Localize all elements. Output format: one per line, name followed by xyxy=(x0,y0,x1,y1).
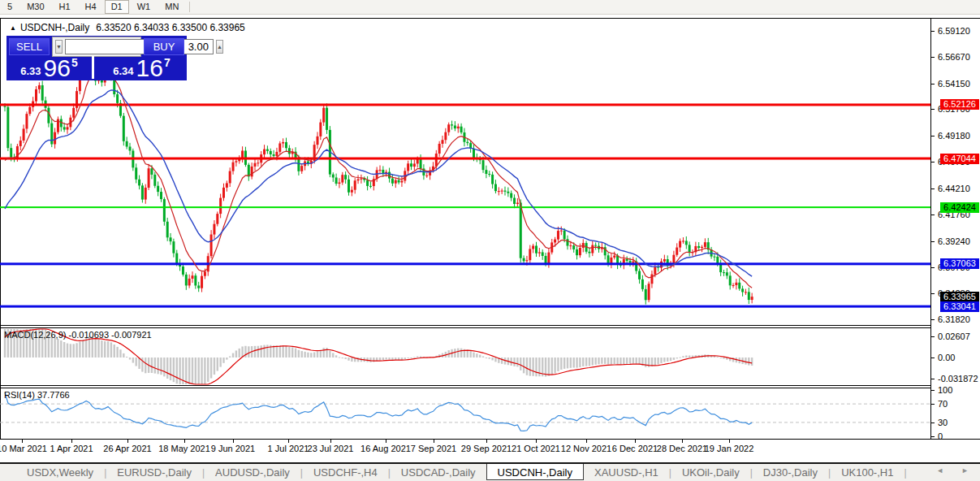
date-axis-tick xyxy=(386,440,386,443)
ask-prefix: 6.34 xyxy=(113,65,133,77)
tab-xauusd-h1[interactable]: XAUUSD-,H1 xyxy=(584,466,669,479)
date-axis-label: 18 May 2021 xyxy=(158,444,210,453)
date-axis-tick xyxy=(434,440,434,443)
rsi-axis-label: 0 xyxy=(938,431,943,441)
toolbar-separator xyxy=(189,2,190,12)
date-axis-label: 9 Jun 2021 xyxy=(211,444,255,453)
price-badge: 6.47044 xyxy=(940,154,979,164)
tab-ukoil-daily[interactable]: UKOil-,Daily xyxy=(671,466,750,479)
date-axis-label: 23 Jul 2021 xyxy=(308,444,354,453)
date-axis-tick xyxy=(184,440,185,443)
rsi-axis-tick xyxy=(931,436,935,437)
timeframe-button-m30[interactable]: M30 xyxy=(20,0,50,14)
horizontal-level-line[interactable] xyxy=(0,103,930,106)
date-axis-label: 29 Sep 2021 xyxy=(461,444,512,453)
price-axis-tick xyxy=(931,267,935,268)
price-axis-label: 6.39240 xyxy=(938,236,970,246)
horizontal-level-line[interactable] xyxy=(0,306,930,308)
price-badge: 6.37063 xyxy=(940,258,979,269)
price-axis-label: 6.31820 xyxy=(938,314,970,324)
one-click-trade-panel: SELL ▼ ▲ BUY 6.33965 6.34167 xyxy=(6,36,187,80)
price-axis-tick xyxy=(931,162,935,162)
collapse-trade-panel-icon[interactable]: ▲ xyxy=(10,24,16,32)
pane-separator[interactable] xyxy=(0,325,980,326)
price-axis-tick xyxy=(931,57,935,58)
date-axis-label: 16 Aug 2021 xyxy=(360,444,411,453)
price-axis-tick xyxy=(931,84,935,84)
horizontal-level-line[interactable] xyxy=(0,158,930,160)
rsi-pane[interactable] xyxy=(0,388,930,439)
volume-input[interactable] xyxy=(65,39,214,54)
macd-axis-label: -0.031872 xyxy=(938,374,978,384)
volume-decrease-button[interactable]: ▼ xyxy=(55,40,63,54)
date-axis-label: 1 Jul 2021 xyxy=(268,444,309,453)
timeframe-button-5[interactable]: 5 xyxy=(1,0,19,14)
ask-price[interactable]: 6.34167 xyxy=(97,56,187,79)
date-axis-tick xyxy=(486,440,487,443)
tab-usdcad-daily[interactable]: USDCAD-,Daily xyxy=(391,466,486,479)
date-axis-tick xyxy=(729,440,730,443)
buy-button[interactable]: BUY xyxy=(144,38,184,55)
timeframe-button-h4[interactable]: H4 xyxy=(79,0,103,14)
trading-platform-window: 5M30H1H4D1W1MN ▲USDCNH-,Daily6.33520 6.3… xyxy=(0,0,980,481)
date-axis-label: 19 Jan 2022 xyxy=(705,444,754,453)
chart-title: ▲USDCNH-,Daily6.33520 6.34033 6.33500 6.… xyxy=(10,22,245,33)
timeframe-button-h1[interactable]: H1 xyxy=(53,0,77,14)
date-axis-label: 21 Oct 2021 xyxy=(512,444,560,453)
price-axis-tick xyxy=(931,31,935,32)
scroll-tabs-right-icon[interactable]: ► xyxy=(961,466,969,474)
price-axis-tick xyxy=(931,136,935,136)
date-axis-label: 10 Mar 2021 xyxy=(0,444,47,453)
price-axis-label: 6.56670 xyxy=(938,52,970,62)
price-axis-label: 6.49180 xyxy=(938,131,970,141)
price-axis-tick xyxy=(931,214,935,215)
sell-button[interactable]: SELL xyxy=(9,38,50,55)
tab-dj30-daily[interactable]: DJ30-,Daily xyxy=(753,466,828,479)
chevron-down-icon: ▼ xyxy=(56,44,62,50)
tab-usdx-weekly[interactable]: USDX,Weekly xyxy=(16,466,104,479)
horizontal-level-line[interactable] xyxy=(0,206,930,208)
ask-big-digits: 16 xyxy=(136,58,163,79)
rsi-chart[interactable] xyxy=(0,388,930,439)
rsi-axis-label: 70 xyxy=(938,399,948,409)
price-axis[interactable]: 6.591206.566706.541506.517006.491806.467… xyxy=(930,19,980,439)
tab-usdcnh-daily[interactable]: USDCNH-,Daily xyxy=(486,464,584,480)
price-axis-tick xyxy=(931,241,935,242)
date-axis-label: 12 Nov 2021 xyxy=(561,444,611,453)
macd-axis-label: 0.00 xyxy=(938,353,955,362)
tab-eurusd-daily[interactable]: EURUSD-,Daily xyxy=(106,466,202,479)
bid-big-digits: 96 xyxy=(44,58,71,79)
price-axis-tick xyxy=(931,188,935,189)
scroll-tabs-left-icon[interactable]: ◄ xyxy=(936,466,943,474)
rsi-axis-tick xyxy=(931,422,935,423)
rsi-axis-label: 100 xyxy=(938,385,952,395)
pane-separator[interactable] xyxy=(0,385,980,386)
timeframe-button-mn[interactable]: MN xyxy=(158,0,185,14)
bid-price[interactable]: 6.33965 xyxy=(6,56,94,79)
rsi-axis-label: 30 xyxy=(938,418,948,427)
tab-uk100-h1[interactable]: UK100-,H1 xyxy=(831,466,904,479)
tab-usdchf-h4[interactable]: USDCHF-,H4 xyxy=(303,466,388,479)
date-axis-label: 6 Dec 2021 xyxy=(612,444,658,453)
price-badge: 6.42424 xyxy=(940,202,979,213)
macd-axis-tick xyxy=(931,336,935,337)
volume-increase-button[interactable]: ▲ xyxy=(216,40,223,54)
date-axis-label: 1 Apr 2021 xyxy=(50,444,93,453)
tab-audusd-daily[interactable]: AUDUSD-,Daily xyxy=(205,466,300,479)
timeframe-button-d1[interactable]: D1 xyxy=(105,0,129,14)
timeframe-toolbar: 5M30H1H4D1W1MN xyxy=(0,0,980,15)
chart-tab-bar: USDX,Weekly|EURUSD-,Daily|AUDUSD-,Daily|… xyxy=(0,464,980,481)
bid-pipette: 5 xyxy=(71,56,78,69)
date-axis-tick xyxy=(682,440,683,443)
bid-prefix: 6.33 xyxy=(20,65,41,77)
price-axis-label: 6.54150 xyxy=(938,79,970,89)
horizontal-level-line[interactable] xyxy=(0,262,930,265)
date-axis-tick xyxy=(22,440,23,443)
date-axis-tick xyxy=(288,440,289,443)
macd-axis-label: 0.02607 xyxy=(938,332,970,341)
date-axis[interactable]: 10 Mar 20211 Apr 202126 Apr 202118 May 2… xyxy=(0,440,930,462)
ask-pipette: 7 xyxy=(164,56,171,69)
timeframe-button-w1[interactable]: W1 xyxy=(131,0,158,14)
price-badge: 6.52126 xyxy=(940,99,979,110)
date-axis-tick xyxy=(127,440,128,443)
